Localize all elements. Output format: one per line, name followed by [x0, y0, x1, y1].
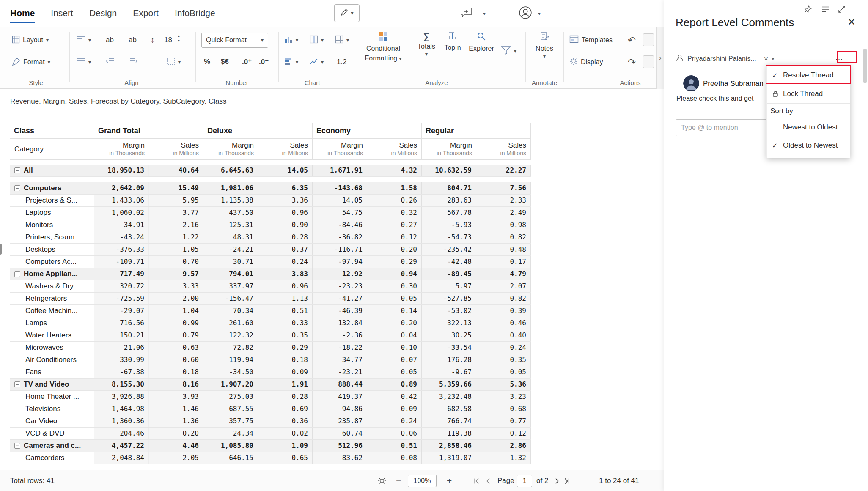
- row-label[interactable]: Washers & Dry...: [10, 280, 94, 292]
- cell-value[interactable]: 1,464.98: [94, 403, 149, 415]
- cell-value[interactable]: 0.82: [476, 231, 531, 243]
- cell-value[interactable]: 24.34: [203, 428, 258, 439]
- cell-value[interactable]: 132.84: [313, 317, 367, 329]
- chevron-down-icon[interactable]: ▾: [483, 11, 486, 16]
- row-label[interactable]: Camcorders: [10, 452, 94, 464]
- layout-button[interactable]: Layout ▾: [10, 33, 50, 48]
- cell-value[interactable]: 567.78: [422, 207, 476, 219]
- cell-value[interactable]: 1.09: [258, 440, 313, 452]
- measure-header-margin[interactable]: Marginin Thousands: [422, 139, 476, 159]
- cell-value[interactable]: -23.21: [313, 366, 367, 378]
- cell-value[interactable]: 437.50: [203, 207, 258, 219]
- font-size-stepper[interactable]: ▴ ▾: [178, 34, 180, 42]
- cell-value[interactable]: 512.96: [313, 440, 367, 452]
- display-button[interactable]: Display: [568, 55, 604, 70]
- indent-decrease-button[interactable]: [104, 55, 116, 70]
- cell-value[interactable]: -53.02: [422, 305, 476, 317]
- cell-value[interactable]: 0.60: [149, 354, 203, 366]
- cell-value[interactable]: 261.60: [203, 317, 258, 329]
- conditional-formatting-button[interactable]: Conditional Formatting ▾: [358, 32, 409, 63]
- cell-value[interactable]: -143.68: [313, 182, 367, 194]
- cell-value[interactable]: 6,645.63: [203, 165, 258, 176]
- cell-value[interactable]: 4.46: [149, 440, 203, 452]
- cell-value[interactable]: -33.54: [422, 342, 476, 354]
- cell-value[interactable]: 3.83: [258, 268, 313, 280]
- cell-value[interactable]: 0.09: [367, 403, 422, 415]
- cell-value[interactable]: 5.95: [149, 195, 203, 206]
- cell-value[interactable]: 15.49: [149, 182, 203, 194]
- cell-value[interactable]: -41.27: [313, 293, 367, 304]
- cell-value[interactable]: 150.21: [94, 329, 149, 341]
- cell-value[interactable]: -116.71: [313, 244, 367, 255]
- cell-value[interactable]: 0.12: [476, 428, 531, 439]
- cell-value[interactable]: -67.38: [94, 366, 149, 378]
- cell-value[interactable]: 0.46: [476, 317, 531, 329]
- cell-value[interactable]: 0.39: [476, 305, 531, 317]
- cell-value[interactable]: 283.63: [422, 195, 476, 206]
- tab-design[interactable]: Design: [89, 0, 117, 26]
- cell-value[interactable]: 0.96: [258, 280, 313, 292]
- row-label[interactable]: −TV and Video: [10, 379, 94, 390]
- left-resize-handle[interactable]: [0, 244, 2, 255]
- stepper-up-icon[interactable]: ▴: [178, 34, 180, 38]
- cell-value[interactable]: -156.47: [203, 293, 258, 304]
- cell-value[interactable]: 766.74: [422, 415, 476, 427]
- cell-value[interactable]: 3.77: [149, 207, 203, 219]
- menu-item-resolve-thread[interactable]: ✓ Resolve Thread: [767, 66, 850, 85]
- horizontal-align-button[interactable]: ▾: [75, 33, 93, 48]
- cell-value[interactable]: 1.36: [149, 415, 203, 427]
- cell-value[interactable]: 3,926.88: [94, 391, 149, 403]
- cell-value[interactable]: 0.90: [258, 219, 313, 231]
- cell-value[interactable]: 0.27: [367, 219, 422, 231]
- cell-value[interactable]: 0.32: [367, 207, 422, 219]
- cell-value[interactable]: 3.33: [149, 280, 203, 292]
- borders-button[interactable]: ▾: [165, 55, 182, 70]
- row-label[interactable]: Laptops: [10, 207, 94, 219]
- clipped-toolbar-icon[interactable]: [643, 55, 654, 68]
- cell-value[interactable]: 0.20: [367, 244, 422, 255]
- cell-value[interactable]: 1.22: [149, 231, 203, 243]
- cell-value[interactable]: -109.71: [94, 256, 149, 268]
- row-label[interactable]: −All: [10, 165, 94, 176]
- cell-value[interactable]: 1,981.06: [203, 182, 258, 194]
- cell-value[interactable]: 119.94: [203, 354, 258, 366]
- cell-value[interactable]: 1.04: [149, 305, 203, 317]
- cell-value[interactable]: 2,858.46: [422, 440, 476, 452]
- cell-value[interactable]: 1,085.80: [203, 440, 258, 452]
- cell-value[interactable]: 48.31: [203, 231, 258, 243]
- chevron-down-icon[interactable]: ▾: [772, 56, 774, 62]
- column-group-regular[interactable]: Regular: [422, 123, 531, 138]
- cell-value[interactable]: 1,433.06: [94, 195, 149, 206]
- cell-value[interactable]: 34.91: [94, 219, 149, 231]
- cell-value[interactable]: 0.30: [367, 280, 422, 292]
- cell-value[interactable]: 0.82: [476, 293, 531, 304]
- measure-header-sales[interactable]: Salesin Millions: [476, 139, 531, 159]
- row-label[interactable]: Water Heaters: [10, 329, 94, 341]
- cell-value[interactable]: 0.24: [258, 256, 313, 268]
- thread-more-button[interactable]: …: [835, 52, 843, 62]
- cell-value[interactable]: -34.50: [203, 366, 258, 378]
- collapse-icon[interactable]: −: [14, 381, 20, 387]
- cell-value[interactable]: 0.37: [258, 244, 313, 255]
- collapse-icon[interactable]: −: [14, 443, 20, 449]
- menu-item-newest-to-oldest[interactable]: Newest to Oldest: [767, 119, 850, 136]
- edit-mode-button[interactable]: ▾: [334, 4, 360, 22]
- row-label[interactable]: Coffee Machin...: [10, 305, 94, 317]
- abbreviate-text-button[interactable]: ab: [104, 33, 115, 48]
- cell-value[interactable]: 357.75: [203, 415, 258, 427]
- quick-format-select[interactable]: Quick Format ▾: [201, 33, 268, 48]
- cell-value[interactable]: -376.33: [94, 244, 149, 255]
- cell-value[interactable]: 54.75: [313, 207, 367, 219]
- cell-value[interactable]: 1,907.20: [203, 379, 258, 390]
- cell-value[interactable]: -43.24: [94, 231, 149, 243]
- format-button[interactable]: Format ▾: [10, 55, 52, 70]
- row-label[interactable]: Desktops: [10, 244, 94, 255]
- row-label[interactable]: Home Theater ...: [10, 391, 94, 403]
- cell-value[interactable]: 0.02: [258, 428, 313, 439]
- cell-value[interactable]: 18,950.13: [94, 165, 149, 176]
- cell-value[interactable]: 5.97: [422, 280, 476, 292]
- cell-value[interactable]: 0.20: [149, 428, 203, 439]
- row-label[interactable]: Projectors & S...: [10, 195, 94, 206]
- redo-button[interactable]: ↷: [626, 55, 637, 70]
- stepper-down-icon[interactable]: ▾: [178, 38, 180, 42]
